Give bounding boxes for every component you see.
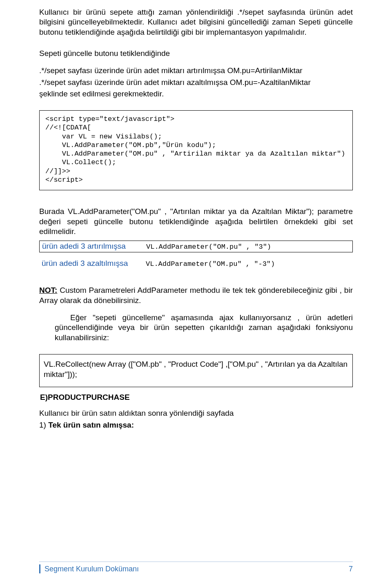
example-increase-label: ürün adedi 3 artırılmışsa (42, 241, 146, 252)
footer-divider (39, 562, 353, 562)
footer-page-number: 7 (349, 565, 353, 573)
note-paragraph: NOT: Custom Parametreleri AddParameter m… (39, 285, 353, 305)
page-footer: Segment Kurulum Dokümanı 7 (0, 564, 392, 573)
rule-increase: .*/sepet sayfası üzerinde ürün adet mikt… (39, 66, 353, 76)
recollect-line-1: VL.ReCollect(new Array (["OM.pb" , "Prod… (44, 359, 348, 370)
example-decrease-row: ürün adedi 3 azaltılmışsa VL.AddParamete… (39, 258, 353, 269)
footer-bar-icon (39, 564, 40, 573)
ajax-paragraph: Eğer "sepeti güncelleme" aşamasında ajax… (39, 313, 353, 343)
trigger-paragraph: Sepeti güncelle butonu tetiklendiğinde (39, 49, 353, 58)
code-block-script: <script type="text/javascript"> //<![CDA… (39, 110, 353, 190)
explanation-paragraph: Burada VL.AddParameter("OM.pu" , "Artırı… (39, 207, 353, 236)
rule-decrease: .*/sepet sayfası üzerinde ürün adet mikt… (39, 78, 353, 87)
footer-title-text: Segment Kurulum Dokümanı (45, 565, 139, 573)
note-label: NOT: (39, 286, 57, 294)
intro-paragraph: Kullanıcı bir ürünü sepete attığı zaman … (39, 7, 353, 37)
example-decrease-code: VL.AddParameter("OM.pu" , "-3") (146, 260, 275, 269)
recollect-line-2: miktar"])); (44, 370, 348, 380)
purchase-single-line: 1) Tek ürün satın almışsa: (39, 420, 353, 430)
note-text: Custom Parametreleri AddParameter method… (39, 286, 353, 304)
purchase-paragraph: Kullanıcı bir ürün satın aldıktan sonra … (39, 408, 353, 418)
example-decrease-label: ürün adedi 3 azaltılmışsa (42, 259, 146, 269)
section-e-heading: E)PRODUCTPURCHASE (40, 393, 353, 402)
example-increase-code: VL.AddParameter("OM.pu" , "3") (146, 243, 271, 252)
recollect-box: VL.ReCollect(new Array (["OM.pb" , "Prod… (39, 354, 353, 387)
rule-footer: şeklinde set edilmesi gerekmektedir. (39, 89, 353, 99)
document-page: Kullanıcı bir ürünü sepete attığı zaman … (0, 0, 392, 584)
example-increase-row: ürün adedi 3 artırılmışsa VL.AddParamete… (39, 241, 353, 252)
